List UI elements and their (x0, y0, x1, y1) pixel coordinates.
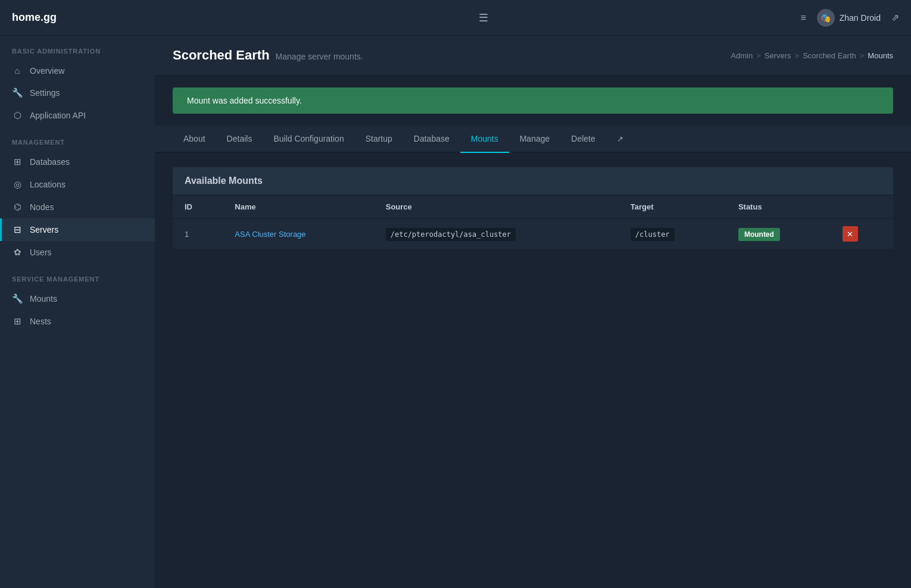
overview-icon: ⌂ (12, 65, 23, 76)
nodes-icon: ⌬ (12, 202, 23, 212)
sidebar-item-nodes[interactable]: ⌬ Nodes (0, 196, 155, 218)
cell-id: 1 (173, 219, 223, 249)
tabs-bar: About Details Build Configuration Startu… (155, 126, 911, 153)
user-avatar: 🎭 (817, 9, 835, 27)
sidebar-item-users[interactable]: ✿ Users (0, 241, 155, 264)
breadcrumb-scorched-earth[interactable]: Scorched Earth (803, 51, 856, 60)
user-name: Zhan Droid (840, 13, 881, 23)
source-path: /etc/pterodactyl/asa_cluster (386, 228, 516, 241)
tab-build-configuration[interactable]: Build Configuration (263, 126, 354, 153)
breadcrumb-sep-1: > (756, 51, 761, 60)
page-title-area: Scorched Earth Manage server mounts. (173, 48, 363, 63)
users-icon: ✿ (12, 247, 23, 258)
top-bar-right: ≡ 🎭 Zhan Droid ⇗ (800, 9, 899, 27)
breadcrumb-mounts: Mounts (868, 51, 893, 60)
sidebar-item-mounts-label: Mounts (30, 294, 57, 304)
sidebar-item-settings-label: Settings (30, 88, 60, 98)
table-row: 1 ASA Cluster Storage /etc/pterodactyl/a… (173, 219, 893, 249)
breadcrumb-admin[interactable]: Admin (731, 51, 753, 60)
service-management-label: SERVICE MANAGEMENT (0, 264, 155, 287)
list-icon[interactable]: ≡ (800, 12, 806, 23)
table-header-row: ID Name Source Target Status (173, 195, 893, 219)
cell-status: Mounted (726, 219, 831, 249)
sidebar-item-mounts[interactable]: 🔧 Mounts (0, 287, 155, 310)
col-source: Source (374, 195, 619, 219)
tab-about[interactable]: About (173, 126, 216, 153)
sidebar-item-locations-label: Locations (30, 180, 65, 189)
delete-mount-button[interactable]: ✕ (843, 226, 858, 242)
available-mounts-card: Available Mounts ID Name Source Target S… (173, 167, 893, 249)
sidebar: BASIC ADMINISTRATION ⌂ Overview 🔧 Settin… (0, 36, 155, 588)
management-label: MANAGEMENT (0, 127, 155, 151)
sidebar-item-users-label: Users (30, 248, 52, 257)
external-link-icon: ↗ (617, 135, 623, 143)
top-bar: home.gg ☰ ≡ 🎭 Zhan Droid ⇗ (0, 0, 911, 36)
hamburger-icon[interactable]: ☰ (479, 11, 488, 24)
avatar-icon: 🎭 (820, 13, 831, 23)
breadcrumb-sep-2: > (795, 51, 800, 60)
sidebar-item-overview[interactable]: ⌂ Overview (0, 60, 155, 82)
main-content: Scorched Earth Manage server mounts. Adm… (155, 36, 911, 588)
sidebar-item-servers-label: Servers (30, 225, 58, 234)
page-subtitle: Manage server mounts. (276, 52, 363, 61)
user-info[interactable]: 🎭 Zhan Droid (817, 9, 881, 27)
success-alert: Mount was added successfully. (173, 87, 893, 114)
cell-actions: ✕ (831, 219, 893, 249)
external-icon[interactable]: ⇗ (891, 12, 899, 23)
breadcrumb-sep-3: > (860, 51, 865, 60)
page-header: Scorched Earth Manage server mounts. Adm… (155, 36, 911, 76)
servers-icon: ⊟ (12, 224, 23, 235)
mount-name-link[interactable]: ASA Cluster Storage (235, 230, 305, 239)
nests-icon: ⊞ (12, 316, 23, 327)
tab-manage[interactable]: Manage (509, 126, 561, 153)
sidebar-item-databases[interactable]: ⊞ Databases (0, 151, 155, 173)
sidebar-item-settings[interactable]: 🔧 Settings (0, 82, 155, 104)
sidebar-item-nodes-label: Nodes (30, 202, 54, 212)
mounts-table: ID Name Source Target Status 1 ASA Clust… (173, 195, 893, 249)
cell-target: /cluster (619, 219, 726, 249)
col-status: Status (726, 195, 831, 219)
sidebar-item-nests[interactable]: ⊞ Nests (0, 310, 155, 333)
settings-icon: 🔧 (12, 87, 23, 98)
tab-startup[interactable]: Startup (355, 126, 403, 153)
sidebar-item-servers[interactable]: ⊟ Servers (0, 218, 155, 241)
content-body: Available Mounts ID Name Source Target S… (155, 153, 911, 264)
main-layout: BASIC ADMINISTRATION ⌂ Overview 🔧 Settin… (0, 36, 911, 588)
sidebar-item-nests-label: Nests (30, 317, 51, 326)
cell-name: ASA Cluster Storage (223, 219, 373, 249)
basic-admin-label: BASIC ADMINISTRATION (0, 36, 155, 60)
page-title: Scorched Earth (173, 48, 270, 63)
status-badge: Mounted (738, 228, 780, 241)
section-header: Available Mounts (173, 167, 893, 195)
sidebar-item-api-label: Application API (30, 111, 86, 120)
col-name: Name (223, 195, 373, 219)
tab-database[interactable]: Database (403, 126, 460, 153)
tab-external-link[interactable]: ↗ (606, 126, 634, 153)
mounts-icon: 🔧 (12, 293, 23, 304)
sidebar-item-application-api[interactable]: ⬡ Application API (0, 104, 155, 127)
locations-icon: ◎ (12, 179, 23, 190)
cell-source: /etc/pterodactyl/asa_cluster (374, 219, 619, 249)
breadcrumb: Admin > Servers > Scorched Earth > Mount… (731, 51, 893, 60)
col-target: Target (619, 195, 726, 219)
sidebar-item-locations[interactable]: ◎ Locations (0, 173, 155, 196)
section-title: Available Mounts (185, 176, 263, 186)
tab-delete[interactable]: Delete (560, 126, 606, 153)
col-actions (831, 195, 893, 219)
databases-icon: ⊞ (12, 157, 23, 167)
api-icon: ⬡ (12, 110, 23, 121)
breadcrumb-servers[interactable]: Servers (765, 51, 791, 60)
sidebar-item-overview-label: Overview (30, 66, 64, 76)
sidebar-item-databases-label: Databases (30, 157, 70, 167)
tab-details[interactable]: Details (216, 126, 263, 153)
target-path: /cluster (631, 228, 675, 241)
alert-message: Mount was added successfully. (187, 96, 302, 105)
tab-mounts[interactable]: Mounts (460, 126, 509, 153)
col-id: ID (173, 195, 223, 219)
app-logo: home.gg (12, 11, 167, 24)
